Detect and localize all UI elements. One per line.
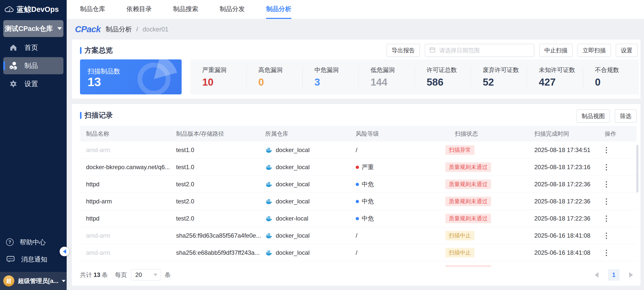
row-actions-button[interactable]	[606, 244, 607, 261]
scan-now-button[interactable]: 立即扫描	[578, 44, 611, 57]
tab-1[interactable]: 依赖目录	[127, 0, 152, 19]
artifact-name[interactable]: docker-bkrepo.canway.net/q6...	[86, 159, 170, 176]
settings-button[interactable]: 设置	[616, 44, 637, 57]
stat-label: 高危漏洞	[258, 66, 302, 74]
column-header-4: 扫描状态	[455, 126, 478, 141]
stat-cell-2: 中危漏洞 3	[302, 59, 358, 94]
next-page-button[interactable]	[629, 272, 633, 278]
abort-scan-button[interactable]: 中止扫描	[539, 44, 573, 57]
repo-name: docker_local	[276, 181, 310, 188]
vertical-scrollbar[interactable]	[636, 145, 638, 193]
risk-cell: 严重	[356, 159, 374, 176]
sidebar: 蓝鲸DevOps 测试CPack仓库 首页	[0, 0, 67, 290]
tab-3[interactable]: 制品分发	[220, 0, 245, 19]
row-actions-button[interactable]	[606, 159, 607, 176]
current-page-button[interactable]: 1	[608, 269, 620, 281]
scan-finish-time: 2025-08-18 17:22:36	[534, 193, 590, 210]
section-bar	[80, 112, 82, 119]
overview-title-row: 方案总览	[80, 46, 113, 55]
stat-label: 未知许可证数	[539, 66, 583, 74]
records-title-row: 扫描记录	[80, 111, 113, 120]
artifact-view-button[interactable]: 制品视图	[577, 110, 610, 123]
status-cell: 质量规则未通过	[445, 261, 491, 267]
column-header-6: 操作	[605, 126, 616, 141]
artifact-version: test2.0	[176, 176, 194, 193]
chevron-down-icon	[57, 27, 62, 30]
repo-cell: docker-local	[266, 210, 308, 227]
stat-cell-5: 废弃许可证数 52	[471, 59, 527, 94]
risk-cell: 中危	[356, 176, 374, 193]
question-circle-icon: ?	[6, 238, 14, 246]
artifact-version: test2.0	[176, 193, 194, 210]
scan-finish-time: 2025-08-18 17:23:16	[534, 159, 590, 176]
artifact-name[interactable]: amd-arm	[86, 227, 110, 244]
breadcrumb-current: docker01	[143, 26, 169, 33]
status-badge: 质量规则未通过	[445, 265, 491, 267]
repo-cell: docker_local	[266, 244, 310, 261]
table-row-partial: 质量规则未通过	[80, 261, 636, 267]
scan-finish-time: 2025-08-18 17:34:51	[534, 141, 590, 159]
artifact-name[interactable]: amd-arm	[86, 141, 110, 159]
status-badge: 扫描中止	[445, 248, 474, 258]
row-actions-button[interactable]	[606, 176, 607, 193]
scanned-artifacts-card[interactable]: 扫描制品数 13	[80, 59, 182, 94]
tab-4[interactable]: 制品分析	[266, 0, 291, 19]
sidebar-item-label: 首页	[24, 43, 38, 52]
page-size-select[interactable]: 20	[131, 269, 161, 281]
sidebar-item-home[interactable]: 首页	[3, 39, 63, 56]
avatar: 超	[3, 275, 14, 286]
risk-dot	[356, 217, 359, 220]
overview-card: 方案总览 导出报告 请选择日期范围 中止扫描 立即扫描 设置 扫描制品数 13	[72, 40, 640, 99]
status-cell: 质量规则未通过	[445, 210, 491, 227]
table-row-0: amd-arm test1.0 docker_local / 扫描异常 2025…	[80, 141, 636, 159]
risk-cell: /	[356, 227, 357, 244]
collapse-arrow-icon	[63, 249, 66, 254]
sidebar-item-artifacts[interactable]: 制品	[3, 57, 63, 74]
breadcrumb-section[interactable]: 制品分析	[106, 25, 132, 34]
stat-value: 3	[314, 77, 358, 88]
artifact-name[interactable]: httpd-arm	[86, 193, 112, 210]
gear-icon	[9, 80, 18, 88]
row-actions-button[interactable]	[606, 141, 607, 159]
export-report-button[interactable]: 导出报告	[387, 44, 420, 57]
stat-cell-1: 高危漏洞 0	[246, 59, 302, 94]
status-badge: 质量规则未通过	[445, 162, 491, 172]
pagination: 共计 13 条 每页 20 条 1	[80, 267, 633, 282]
artifact-version: test1.0	[176, 141, 194, 159]
chevron-down-icon	[62, 280, 65, 282]
scan-finish-time: 2025-06-16 18:41:08	[534, 244, 590, 261]
message-bubble-icon	[6, 256, 15, 263]
user-menu[interactable]: 超 超级管理员[a...	[0, 272, 67, 290]
column-header-2: 所属仓库	[265, 126, 288, 141]
prev-page-button[interactable]	[595, 272, 598, 278]
tab-0[interactable]: 制品仓库	[80, 0, 105, 19]
status-cell: 质量规则未通过	[445, 176, 491, 193]
repo-name: docker_local	[276, 232, 310, 239]
artifact-name[interactable]: httpd	[86, 176, 99, 193]
artifact-name[interactable]: httpd	[86, 210, 99, 227]
app-logo-text: 蓝鲸DevOps	[17, 5, 59, 15]
app-logo[interactable]: 蓝鲸DevOps	[0, 0, 67, 15]
row-actions-button[interactable]	[606, 210, 607, 227]
table-row-4: httpd test2.0 docker-local 中危 质量规则未通过 20…	[80, 210, 636, 227]
scan-records-card: 扫描记录 制品视图 筛选 制品名称制品版本/存储路径所属仓库风险等级扫描状态扫描…	[72, 104, 640, 286]
stat-value: 427	[539, 77, 583, 88]
repo-cell: docker_local	[266, 141, 310, 159]
donut-chart-decoration	[124, 59, 182, 94]
notifications-label: 消息通知	[21, 255, 47, 264]
notifications-item[interactable]: 消息通知	[0, 251, 67, 268]
repo-selector[interactable]: 测试CPack仓库	[3, 20, 63, 37]
sidebar-item-settings[interactable]: 设置	[3, 75, 63, 92]
row-actions-button[interactable]	[606, 227, 607, 244]
scan-records-table: 制品名称制品版本/存储路径所属仓库风险等级扫描状态扫描完成时间操作 amd-ar…	[80, 126, 636, 267]
column-header-1: 制品版本/存储路径	[176, 126, 224, 141]
row-actions-button[interactable]	[606, 193, 607, 210]
scanned-artifacts-value: 13	[88, 75, 101, 89]
date-range-input[interactable]: 请选择日期范围	[425, 44, 534, 57]
filter-button[interactable]: 筛选	[615, 110, 636, 123]
artifact-name[interactable]: amd-arm	[86, 244, 110, 261]
sidebar-collapse-button[interactable]	[60, 247, 69, 256]
sidebar-menu: 首页 制品	[0, 39, 67, 92]
tab-2[interactable]: 制品搜索	[173, 0, 198, 19]
help-center-item[interactable]: ? 帮助中心	[0, 234, 67, 251]
